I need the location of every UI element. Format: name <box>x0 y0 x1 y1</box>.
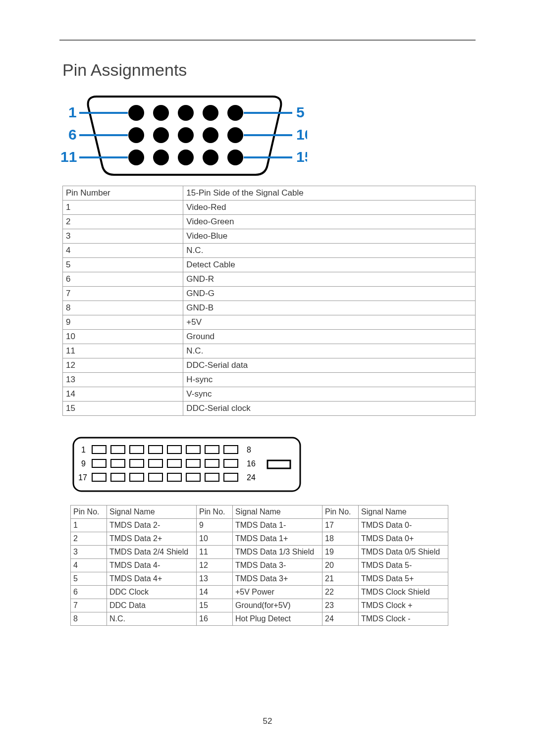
dvi-pin-number: 15 <box>197 599 233 612</box>
dvi-pin-number: 11 <box>197 546 233 559</box>
vga-pin-number: 14 <box>63 387 183 402</box>
vga-signal-name: Video-Green <box>183 215 476 229</box>
dvi-pin-number: 2 <box>71 532 107 546</box>
dvi-pin-number: 3 <box>71 546 107 559</box>
vga-signal-name: Video-Blue <box>183 229 476 244</box>
svg-point-2 <box>178 105 194 121</box>
dvi-signal-name: DDC Clock <box>107 586 197 599</box>
table-row: 2Video-Green <box>63 215 476 229</box>
svg-point-8 <box>203 127 218 143</box>
vga-signal-name: Video-Red <box>183 201 476 215</box>
vga-pin-number: 2 <box>63 215 183 229</box>
vga-pin-number: 9 <box>63 315 183 330</box>
dvi-connector-diagram: 1 9 17 8 16 24 <box>70 435 476 496</box>
svg-rect-27 <box>186 446 200 454</box>
table-row: 14V-sync <box>63 387 476 402</box>
table-row: 11N.C. <box>63 344 476 358</box>
page-title: Pin Assignments <box>62 60 476 80</box>
svg-point-7 <box>178 127 194 143</box>
dvi-pin-number: 22 <box>322 586 359 599</box>
dvi-label-24: 24 <box>247 473 256 482</box>
dvi-pin-number: 12 <box>197 559 233 572</box>
table-row: 1Video-Red <box>63 201 476 215</box>
svg-rect-28 <box>205 446 219 454</box>
vga-pin-number: 12 <box>63 358 183 373</box>
dvi-pin-number: 4 <box>71 559 107 572</box>
svg-point-5 <box>128 127 144 143</box>
dvi-pin-number: 20 <box>322 559 359 572</box>
dvi-header-sn: Signal Name <box>233 505 322 519</box>
table-row: 7GND-G <box>63 287 476 301</box>
table-row: 6DDC Clock14+5V Power22TMDS Clock Shield <box>71 586 448 599</box>
dvi-label-17: 17 <box>78 473 87 482</box>
svg-rect-46 <box>268 460 290 468</box>
table-row: 3TMDS Data 2/4 Shield11TMDS Data 1/3 Shi… <box>71 546 448 559</box>
svg-rect-29 <box>224 446 238 454</box>
svg-rect-38 <box>92 473 106 481</box>
vga-signal-name: GND-G <box>183 287 476 301</box>
svg-rect-37 <box>224 459 238 467</box>
svg-rect-26 <box>167 446 181 454</box>
dvi-signal-name: TMDS Data 1/3 Shield <box>233 546 322 559</box>
table-row: 2TMDS Data 2+10TMDS Data 1+18TMDS Data 0… <box>71 532 448 546</box>
vga-label-15: 15 <box>296 149 307 165</box>
svg-point-4 <box>227 105 243 121</box>
svg-rect-35 <box>186 459 200 467</box>
dvi-header-pn: Pin No. <box>322 505 359 519</box>
dvi-signal-name: TMDS Data 2- <box>107 519 197 532</box>
svg-rect-24 <box>130 446 144 454</box>
svg-point-6 <box>153 127 169 143</box>
dvi-signal-name: TMDS Data 0/5 Shield <box>359 546 448 559</box>
vga-label-1: 1 <box>68 104 77 120</box>
svg-rect-34 <box>167 459 181 467</box>
vga-signal-name: H-sync <box>183 373 476 387</box>
vga-signal-name: GND-B <box>183 301 476 315</box>
svg-point-14 <box>227 150 243 165</box>
vga-signal-name: GND-R <box>183 272 476 287</box>
dvi-header-pn: Pin No. <box>71 505 107 519</box>
vga-signal-name: DDC-Serial data <box>183 358 476 373</box>
svg-rect-25 <box>149 446 162 454</box>
page-number: 52 <box>0 716 535 726</box>
svg-rect-42 <box>167 473 181 481</box>
dvi-label-16: 16 <box>247 459 256 468</box>
dvi-pin-number: 23 <box>322 599 359 612</box>
vga-pin-number: 1 <box>63 201 183 215</box>
dvi-header-pn: Pin No. <box>197 505 233 519</box>
dvi-signal-name: TMDS Data 3+ <box>233 572 322 586</box>
dvi-signal-name: DDC Data <box>107 599 197 612</box>
svg-point-9 <box>227 127 243 143</box>
vga-label-6: 6 <box>68 126 77 143</box>
svg-rect-43 <box>186 473 200 481</box>
vga-signal-name: V-sync <box>183 387 476 402</box>
vga-pin-number: 13 <box>63 373 183 387</box>
vga-signal-name: N.C. <box>183 344 476 358</box>
svg-rect-32 <box>130 459 144 467</box>
dvi-pin-number: 8 <box>71 612 107 626</box>
table-row: 8N.C.16Hot Plug Detect24TMDS Clock - <box>71 612 448 626</box>
svg-rect-31 <box>111 459 125 467</box>
dvi-signal-name: TMDS Data 2/4 Shield <box>107 546 197 559</box>
dvi-pin-number: 24 <box>322 612 359 626</box>
table-row: 15DDC-Serial clock <box>63 402 476 416</box>
vga-connector-diagram: 1 6 11 5 10 15 <box>59 86 476 182</box>
table-row: 10Ground <box>63 330 476 344</box>
vga-pin-number: 11 <box>63 344 183 358</box>
dvi-signal-name: TMDS Clock - <box>359 612 448 626</box>
vga-signal-name: N.C. <box>183 244 476 258</box>
dvi-pin-number: 6 <box>71 586 107 599</box>
table-row: 3Video-Blue <box>63 229 476 244</box>
vga-pin-number: 6 <box>63 272 183 287</box>
svg-rect-41 <box>149 473 162 481</box>
dvi-signal-name: TMDS Clock Shield <box>359 586 448 599</box>
dvi-pin-number: 19 <box>322 546 359 559</box>
dvi-pin-table: Pin No.Signal NamePin No.Signal NamePin … <box>70 505 448 626</box>
dvi-signal-name: TMDS Data 5- <box>359 559 448 572</box>
dvi-pin-number: 10 <box>197 532 233 546</box>
dvi-pin-number: 16 <box>197 612 233 626</box>
dvi-pin-number: 9 <box>197 519 233 532</box>
vga-pin-number: 3 <box>63 229 183 244</box>
table-row: 6GND-R <box>63 272 476 287</box>
table-row: 5TMDS Data 4+13TMDS Data 3+21TMDS Data 5… <box>71 572 448 586</box>
svg-point-0 <box>128 105 144 121</box>
